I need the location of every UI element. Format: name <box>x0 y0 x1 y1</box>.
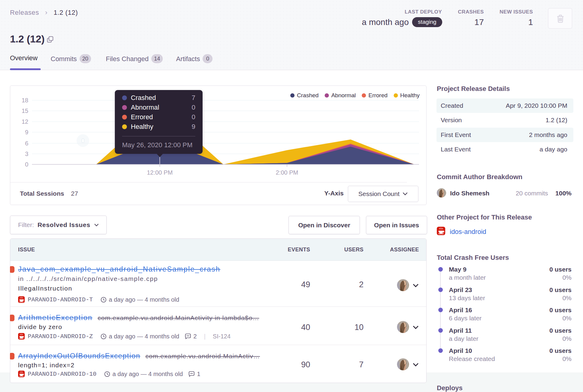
svg-text:2:00 PM: 2:00 PM <box>276 169 298 176</box>
svg-text:6: 6 <box>25 140 28 147</box>
svg-text:9: 9 <box>25 129 28 135</box>
svg-text:15: 15 <box>22 107 28 114</box>
svg-text:0: 0 <box>25 161 28 168</box>
svg-text:3: 3 <box>25 151 28 157</box>
svg-text:12: 12 <box>22 118 28 125</box>
svg-text:12:00 PM: 12:00 PM <box>147 169 173 176</box>
svg-text:18: 18 <box>22 97 28 104</box>
